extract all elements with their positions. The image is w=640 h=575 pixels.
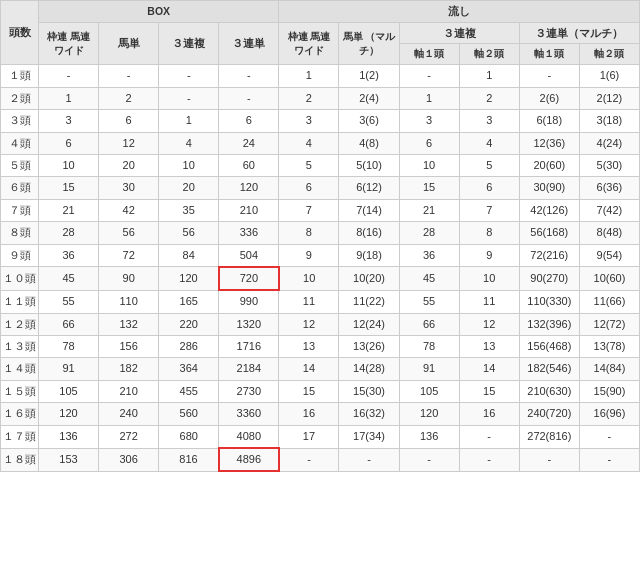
cell-box-umatan: 90 (99, 267, 159, 290)
cell-box-santan: 4896 (219, 448, 279, 471)
cell-box-sanfuku: 4 (159, 132, 219, 154)
cell-box-umatan: 306 (99, 448, 159, 471)
cell-box-kuwaku: 78 (39, 336, 99, 358)
cell-box-kuwaku: 91 (39, 358, 99, 380)
cell-atama: ６頭 (1, 177, 39, 199)
cell-nag-umatan: 3(6) (339, 110, 399, 132)
cell-box-kuwaku: 66 (39, 313, 99, 335)
cell-nag-kuwaku: 1 (279, 65, 339, 87)
table-row: ４頭61242444(8)6412(36)4(24) (1, 132, 640, 154)
cell-box-sanfuku: - (159, 65, 219, 87)
cell-nag-3fuku-j2: 14 (459, 358, 519, 380)
cell-nag-3tan-j1: - (519, 65, 579, 87)
cell-nag-3fuku-j2: 3 (459, 110, 519, 132)
cell-nag-kuwaku: 15 (279, 380, 339, 402)
cell-box-sanfuku: 165 (159, 290, 219, 313)
cell-nag-umatan: 15(30) (339, 380, 399, 402)
cell-box-santan: 4080 (219, 425, 279, 448)
header-3tan-jiku2: 軸２頭 (579, 44, 639, 65)
cell-box-umatan: 20 (99, 154, 159, 176)
cell-atama: ９頭 (1, 244, 39, 267)
cell-nag-3fuku-j1: 55 (399, 290, 459, 313)
cell-nag-3fuku-j1: 105 (399, 380, 459, 402)
cell-box-umatan: 6 (99, 110, 159, 132)
cell-nag-umatan: 13(26) (339, 336, 399, 358)
cell-nag-umatan: 11(22) (339, 290, 399, 313)
table-row: ３頭361633(6)336(18)3(18) (1, 110, 640, 132)
cell-box-kuwaku: 15 (39, 177, 99, 199)
cell-box-kuwaku: 120 (39, 403, 99, 425)
cell-nag-3tan-j2: 12(72) (579, 313, 639, 335)
cell-nag-kuwaku: 9 (279, 244, 339, 267)
cell-nag-3fuku-j1: 28 (399, 222, 459, 244)
cell-box-sanfuku: 455 (159, 380, 219, 402)
cell-box-kuwaku: - (39, 65, 99, 87)
cell-nag-3tan-j2: 10(60) (579, 267, 639, 290)
cell-nag-3tan-j2: 7(42) (579, 199, 639, 221)
cell-nag-3fuku-j1: 21 (399, 199, 459, 221)
cell-box-santan: 120 (219, 177, 279, 199)
cell-atama: １０頭 (1, 267, 39, 290)
cell-nag-umatan: 17(34) (339, 425, 399, 448)
cell-nag-3tan-j1: 6(18) (519, 110, 579, 132)
cell-atama: １４頭 (1, 358, 39, 380)
cell-box-kuwaku: 55 (39, 290, 99, 313)
main-table-container: 頭数 BOX 流し 枠連 馬連 ワイド 馬単 ３連複 ３連単 枠連 馬連 ワイド… (0, 0, 640, 472)
cell-box-kuwaku: 136 (39, 425, 99, 448)
cell-nag-kuwaku: 12 (279, 313, 339, 335)
cell-box-kuwaku: 21 (39, 199, 99, 221)
cell-nag-3tan-j2: 13(78) (579, 336, 639, 358)
cell-box-santan: 24 (219, 132, 279, 154)
table-row: ５頭1020106055(10)10520(60)5(30) (1, 154, 640, 176)
cell-nag-umatan: - (339, 448, 399, 471)
cell-atama: ７頭 (1, 199, 39, 221)
cell-box-sanfuku: 286 (159, 336, 219, 358)
cell-nag-3tan-j2: 8(48) (579, 222, 639, 244)
cell-nag-3fuku-j2: 13 (459, 336, 519, 358)
cell-box-umatan: 56 (99, 222, 159, 244)
cell-atama: ２頭 (1, 87, 39, 109)
table-row: １２頭6613222013201212(24)6612132(396)12(72… (1, 313, 640, 335)
cell-nag-3fuku-j2: - (459, 448, 519, 471)
cell-box-umatan: 210 (99, 380, 159, 402)
cell-nag-3tan-j1: 182(546) (519, 358, 579, 380)
cell-box-sanfuku: 816 (159, 448, 219, 471)
cell-nag-3fuku-j1: 66 (399, 313, 459, 335)
cell-atama: １３頭 (1, 336, 39, 358)
cell-box-kuwaku: 105 (39, 380, 99, 402)
cell-box-umatan: 72 (99, 244, 159, 267)
cell-box-umatan: - (99, 65, 159, 87)
cell-nag-umatan: 10(20) (339, 267, 399, 290)
cell-nag-3fuku-j2: 8 (459, 222, 519, 244)
cell-box-kuwaku: 3 (39, 110, 99, 132)
cell-nag-3fuku-j1: 36 (399, 244, 459, 267)
cell-box-santan: 6 (219, 110, 279, 132)
cell-box-kuwaku: 10 (39, 154, 99, 176)
cell-nag-3tan-j1: 56(168) (519, 222, 579, 244)
cell-atama: ５頭 (1, 154, 39, 176)
cell-nag-3tan-j1: 272(816) (519, 425, 579, 448)
cell-box-sanfuku: 680 (159, 425, 219, 448)
table-row: １頭----11(2)-1-1(6) (1, 65, 640, 87)
table-row: １３頭7815628617161313(26)7813156(468)13(78… (1, 336, 640, 358)
cell-box-santan: 990 (219, 290, 279, 313)
cell-box-sanfuku: 20 (159, 177, 219, 199)
cell-box-kuwaku: 28 (39, 222, 99, 244)
cell-box-umatan: 156 (99, 336, 159, 358)
cell-nag-3fuku-j2: 11 (459, 290, 519, 313)
cell-nag-3tan-j1: 12(36) (519, 132, 579, 154)
cell-nag-3tan-j2: 5(30) (579, 154, 639, 176)
cell-nag-3tan-j2: - (579, 425, 639, 448)
table-row: １０頭45901207201010(20)451090(270)10(60) (1, 267, 640, 290)
cell-box-umatan: 182 (99, 358, 159, 380)
cell-nag-3fuku-j2: 10 (459, 267, 519, 290)
cell-nag-kuwaku: 4 (279, 132, 339, 154)
table-row: １５頭10521045527301515(30)10515210(630)15(… (1, 380, 640, 402)
cell-nag-3tan-j1: 20(60) (519, 154, 579, 176)
header-sanfuku-multi: ３連複 (399, 22, 519, 44)
cell-nag-umatan: 8(16) (339, 222, 399, 244)
cell-nag-3tan-j2: 6(36) (579, 177, 639, 199)
cell-nag-3fuku-j1: 15 (399, 177, 459, 199)
cell-nag-kuwaku: 11 (279, 290, 339, 313)
cell-nag-3tan-j2: 1(6) (579, 65, 639, 87)
